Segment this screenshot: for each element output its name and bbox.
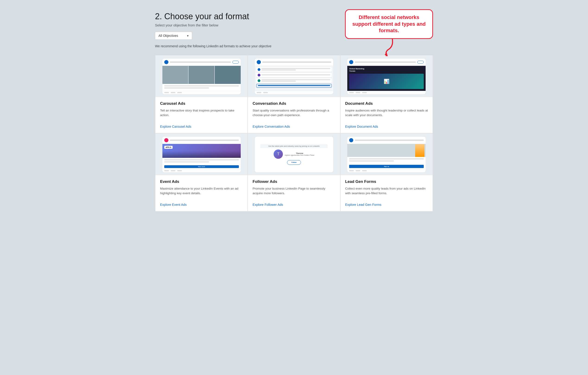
ad-format-grid: Carousel Ads Tell an interactive story t… [155, 55, 433, 212]
explore-event-link[interactable]: Explore Event Ads [160, 203, 187, 206]
dropdown-label: All Objectives [158, 34, 178, 38]
conversation-card-content: Conversation Ads Start quality conversat… [248, 97, 340, 133]
follower-card-content: Follower Ads Promote your business Linke… [248, 175, 340, 211]
event-card-title: Event Ads [160, 179, 243, 184]
chevron-down-icon: ▾ [187, 34, 189, 38]
carousel-card-title: Carousel Ads [160, 101, 243, 106]
ad-card-follower[interactable]: Get the latest jobs and industry news by… [248, 133, 340, 211]
follower-card-description: Promote your business LinkedIn Page to s… [252, 186, 335, 198]
follower-preview: Get the latest jobs and industry news by… [248, 133, 340, 175]
callout-text: Different social networks support differ… [352, 14, 426, 33]
document-card-content: Document Ads Inspire audiences with thou… [341, 97, 432, 133]
ad-card-event[interactable]: APR 21 View event [155, 133, 248, 211]
event-preview: APR 21 View event [156, 133, 247, 175]
ad-card-conversation[interactable]: Conversation Ads Start quality conversat… [248, 55, 340, 133]
conversation-card-description: Start quality conversations with profess… [252, 108, 335, 120]
follower-card-title: Follower Ads [252, 179, 335, 184]
explore-conversation-link[interactable]: Explore Conversation Ads [252, 125, 290, 129]
ad-card-document[interactable]: Global MarketingTrends 📊 Do [340, 55, 433, 133]
explore-leadgen-link[interactable]: Explore Lead Gen Forms [345, 203, 381, 206]
leadgen-card-title: Lead Gen Forms [345, 179, 428, 184]
carousel-preview [156, 55, 247, 97]
carousel-card-description: Tell an interactive story that inspires … [160, 108, 243, 120]
carousel-card-content: Carousel Ads Tell an interactive story t… [156, 97, 247, 133]
event-card-description: Maximize attendance to your LinkedIn Eve… [160, 186, 243, 198]
ad-card-leadgen[interactable]: Sign up Lead Gen Forms Collect even more… [340, 133, 433, 211]
conversation-card-title: Conversation Ads [252, 101, 335, 106]
ad-card-carousel[interactable]: Carousel Ads Tell an interactive story t… [155, 55, 248, 133]
document-card-description: Inspire audiences with thought leadershi… [345, 108, 428, 120]
event-card-content: Event Ads Maximize attendance to your Li… [156, 175, 247, 211]
explore-document-link[interactable]: Explore Document Ads [345, 125, 378, 129]
explore-follower-link[interactable]: Explore Follower Ads [252, 203, 283, 206]
document-card-title: Document Ads [345, 101, 428, 106]
document-preview: Global MarketingTrends 📊 [341, 55, 432, 97]
conversation-preview [248, 55, 340, 97]
page-container: Different social networks support differ… [155, 9, 433, 212]
leadgen-preview: Sign up [341, 133, 432, 175]
leadgen-card-content: Lead Gen Forms Collect even more quality… [341, 175, 432, 211]
explore-carousel-link[interactable]: Explore Carousel Ads [160, 125, 191, 129]
leadgen-card-description: Collect even more quality leads from you… [345, 186, 428, 198]
objective-dropdown[interactable]: All Objectives ▾ [155, 32, 192, 40]
callout-bubble: Different social networks support differ… [345, 9, 433, 39]
callout-arrow-icon [381, 38, 395, 57]
